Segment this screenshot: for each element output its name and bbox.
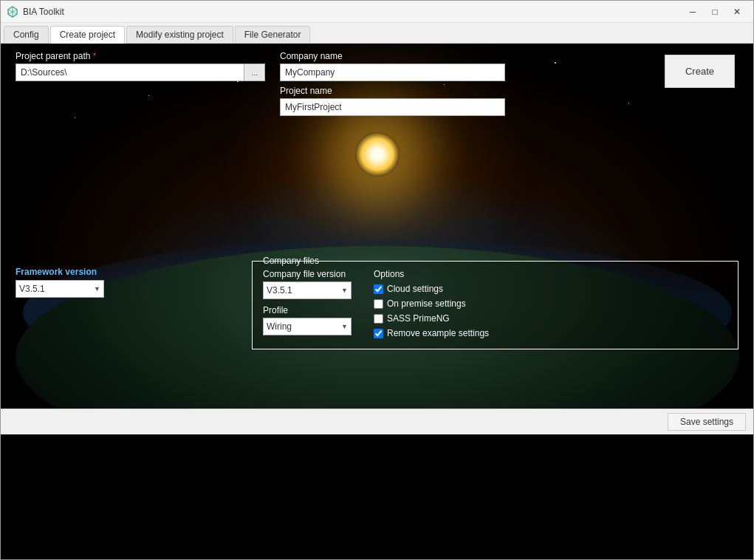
sass-primeng-label: SASS PrimeNG — [387, 313, 450, 324]
console-area — [1, 434, 753, 560]
project-parent-path-group: Project parent path * ... — [16, 51, 265, 81]
tab-bar: Config Create project Modify existing pr… — [1, 23, 753, 44]
main-content: Project parent path * ... Company name P… — [1, 44, 753, 560]
company-files-inner: Company file version V3.5.1 V3.5.0 V3.4.… — [263, 269, 727, 338]
company-file-version-label: Company file version — [263, 269, 352, 279]
company-files-legend: Company files — [260, 256, 322, 266]
profile-group: Profile Wiring Default — [263, 305, 352, 335]
project-name-input[interactable] — [280, 98, 505, 116]
options-label: Options — [374, 269, 489, 279]
company-files-box: Company files Company file version V3.5.… — [252, 261, 738, 349]
on-premise-settings-checkbox[interactable] — [374, 299, 383, 309]
close-button[interactable]: ✕ — [727, 4, 747, 19]
company-file-version-wrapper: V3.5.1 V3.5.0 V3.4.0 — [263, 281, 352, 299]
sass-primeng-checkbox[interactable] — [374, 314, 383, 324]
checkbox-remove-example-settings: Remove example settings — [374, 328, 489, 338]
profile-select[interactable]: Wiring Default — [263, 318, 352, 335]
project-name-group: Project name — [280, 86, 505, 116]
app-title: BIA Toolkit — [23, 7, 64, 17]
tab-file-generator[interactable]: File Generator — [235, 26, 311, 43]
app-icon — [7, 6, 18, 18]
framework-section: Framework version V3.5.1 V3.5.0 V3.4.0 — [16, 267, 104, 298]
title-bar-left: BIA Toolkit — [7, 6, 64, 18]
checkbox-sass-primeng: SASS PrimeNG — [374, 313, 489, 324]
project-name-label: Project name — [280, 86, 505, 96]
bottom-bar: Save settings — [1, 409, 753, 434]
company-name-label: Company name — [280, 51, 505, 61]
company-name-input[interactable] — [280, 64, 505, 81]
title-bar-controls: ─ □ ✕ — [682, 4, 747, 19]
checkbox-cloud-settings: Cloud settings — [374, 284, 489, 294]
path-row: ... — [16, 64, 265, 81]
form-overlay: Project parent path * ... Company name P… — [1, 44, 753, 409]
cloud-settings-label: Cloud settings — [387, 284, 443, 294]
tab-config[interactable]: Config — [4, 26, 49, 43]
company-file-version-select[interactable]: V3.5.1 V3.5.0 V3.4.0 — [263, 281, 352, 299]
cf-left: Company file version V3.5.1 V3.5.0 V3.4.… — [263, 269, 352, 335]
framework-version-select[interactable]: V3.5.1 V3.5.0 V3.4.0 — [16, 280, 104, 298]
company-file-version-group: Company file version V3.5.1 V3.5.0 V3.4.… — [263, 269, 352, 299]
right-fields: Company name Project name — [280, 51, 505, 116]
company-name-group: Company name — [280, 51, 505, 81]
cloud-settings-checkbox[interactable] — [374, 284, 383, 294]
project-parent-path-label: Project parent path * — [16, 51, 265, 61]
profile-wrapper: Wiring Default — [263, 318, 352, 335]
project-area: Project parent path * ... Company name P… — [1, 44, 753, 409]
save-settings-button[interactable]: Save settings — [668, 413, 746, 431]
maximize-button[interactable]: □ — [705, 4, 725, 19]
project-parent-path-input[interactable] — [16, 64, 244, 81]
profile-label: Profile — [263, 305, 352, 315]
remove-example-settings-label: Remove example settings — [387, 328, 489, 338]
framework-version-wrapper: V3.5.1 V3.5.0 V3.4.0 — [16, 280, 104, 298]
checkbox-on-premise-settings: On premise settings — [374, 298, 489, 309]
browse-button[interactable]: ... — [244, 64, 265, 81]
create-button[interactable]: Create — [665, 55, 735, 88]
tab-create-project[interactable]: Create project — [50, 26, 125, 44]
remove-example-settings-checkbox[interactable] — [374, 329, 383, 338]
title-bar: BIA Toolkit ─ □ ✕ — [1, 1, 753, 23]
minimize-button[interactable]: ─ — [682, 4, 703, 19]
on-premise-settings-label: On premise settings — [387, 298, 466, 309]
cf-right: Options Cloud settings On premise settin… — [374, 269, 489, 338]
tab-modify-existing-project[interactable]: Modify existing project — [126, 26, 233, 43]
framework-version-label: Framework version — [16, 267, 104, 277]
